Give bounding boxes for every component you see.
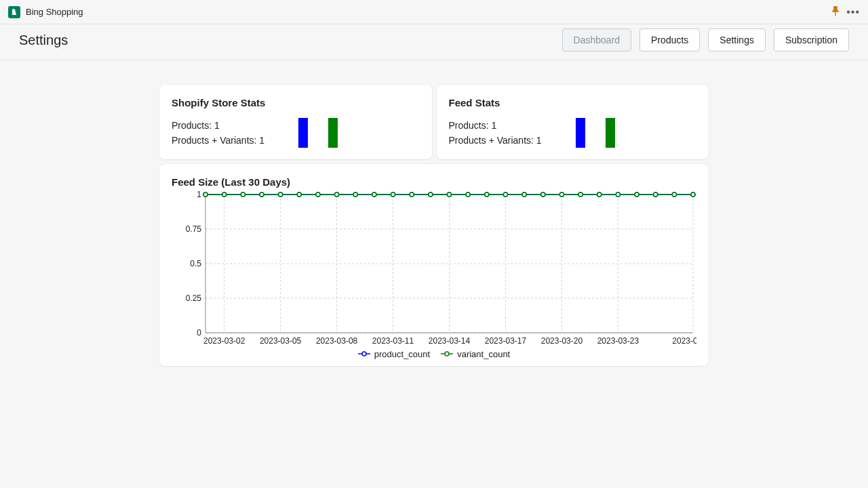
page-title: Settings xyxy=(19,33,562,48)
svg-point-82 xyxy=(672,192,676,197)
svg-point-60 xyxy=(260,192,264,197)
label: Products + Variants: xyxy=(172,135,259,146)
legend-variant-count: variant_count xyxy=(441,349,510,359)
bar-variants xyxy=(328,118,338,148)
svg-text:2023-03-08: 2023-03-08 xyxy=(316,336,358,346)
svg-point-62 xyxy=(297,192,301,197)
svg-point-59 xyxy=(241,192,245,197)
label: Products: xyxy=(172,120,214,131)
svg-point-57 xyxy=(203,192,208,197)
svg-text:2023-03-20: 2023-03-20 xyxy=(541,336,583,346)
card-title: Feed Stats xyxy=(449,97,697,108)
bar-variants xyxy=(606,118,615,148)
nav-products[interactable]: Products xyxy=(639,28,700,52)
legend-label: variant_count xyxy=(457,349,510,359)
chart-legend: product_count variant_count xyxy=(172,349,696,359)
svg-point-80 xyxy=(635,192,639,197)
svg-point-75 xyxy=(541,192,545,197)
svg-text:0: 0 xyxy=(197,328,201,338)
svg-text:0.25: 0.25 xyxy=(186,293,202,303)
svg-text:2023-03-27: 2023-03-27 xyxy=(672,336,696,346)
svg-point-79 xyxy=(616,192,620,197)
bar-products xyxy=(298,118,308,148)
more-icon[interactable]: ••• xyxy=(846,6,860,18)
page-header: Settings Dashboard Products Settings Sub… xyxy=(0,24,868,60)
nav-dashboard[interactable]: Dashboard xyxy=(562,28,632,52)
value: 1 xyxy=(214,120,220,131)
svg-point-83 xyxy=(691,192,695,197)
svg-text:2023-03-05: 2023-03-05 xyxy=(260,336,302,346)
label: Products + Variants: xyxy=(449,135,536,146)
svg-text:2023-03-23: 2023-03-23 xyxy=(597,336,639,346)
app-name: Bing Shopping xyxy=(26,7,831,17)
mini-bar-chart xyxy=(576,118,615,148)
legend-product-count: product_count xyxy=(358,349,430,359)
svg-text:0.5: 0.5 xyxy=(190,259,201,268)
svg-point-71 xyxy=(466,192,470,197)
titlebar: Bing Shopping ••• xyxy=(0,0,868,24)
nav-settings[interactable]: Settings xyxy=(708,28,766,52)
nav: Dashboard Products Settings Subscription xyxy=(562,28,849,52)
svg-point-72 xyxy=(485,192,489,197)
legend-label: product_count xyxy=(374,349,430,359)
svg-point-76 xyxy=(559,192,564,197)
svg-point-77 xyxy=(578,192,583,197)
pin-icon[interactable] xyxy=(831,6,840,18)
svg-point-68 xyxy=(410,192,414,197)
nav-subscription[interactable]: Subscription xyxy=(774,28,849,52)
svg-text:2023-03-02: 2023-03-02 xyxy=(203,336,245,346)
shopify-stats-card: Shopify Store Stats Products: 1 Products… xyxy=(159,85,432,159)
content: Shopify Store Stats Products: 1 Products… xyxy=(0,60,868,366)
app-icon xyxy=(8,6,20,18)
value: 1 xyxy=(259,135,264,146)
svg-text:2023-03-11: 2023-03-11 xyxy=(372,336,414,346)
svg-text:2023-03-17: 2023-03-17 xyxy=(485,336,527,346)
bar-products xyxy=(576,118,585,148)
svg-point-61 xyxy=(279,192,283,197)
svg-text:0.75: 0.75 xyxy=(186,224,202,234)
svg-point-63 xyxy=(316,192,320,197)
feed-size-chart-card: Feed Size (Last 30 Days) 00.250.50.75120… xyxy=(159,164,709,366)
svg-point-70 xyxy=(448,192,452,197)
value: 1 xyxy=(492,120,497,131)
svg-point-64 xyxy=(335,192,339,197)
shopify-stats-text: Products: 1 Products + Variants: 1 xyxy=(172,118,264,148)
svg-text:1: 1 xyxy=(197,190,201,199)
svg-point-69 xyxy=(429,192,433,197)
label: Products: xyxy=(449,120,492,131)
svg-point-73 xyxy=(503,192,507,197)
chart-title: Feed Size (Last 30 Days) xyxy=(172,176,696,188)
line-chart: 00.250.50.7512023-03-022023-03-052023-03… xyxy=(172,190,696,346)
svg-point-85 xyxy=(362,352,366,356)
svg-point-87 xyxy=(445,352,449,356)
feed-stats-card: Feed Stats Products: 1 Products + Varian… xyxy=(437,85,709,159)
value: 1 xyxy=(536,135,542,146)
svg-point-66 xyxy=(372,192,376,197)
feed-stats-text: Products: 1 Products + Variants: 1 xyxy=(449,118,542,148)
svg-point-65 xyxy=(353,192,357,197)
svg-point-78 xyxy=(597,192,601,197)
card-title: Shopify Store Stats xyxy=(172,97,420,108)
svg-point-74 xyxy=(522,192,526,197)
svg-point-58 xyxy=(222,192,226,197)
svg-text:2023-03-14: 2023-03-14 xyxy=(429,336,471,346)
mini-bar-chart xyxy=(298,118,338,148)
svg-point-67 xyxy=(391,192,395,197)
svg-point-81 xyxy=(654,192,658,197)
